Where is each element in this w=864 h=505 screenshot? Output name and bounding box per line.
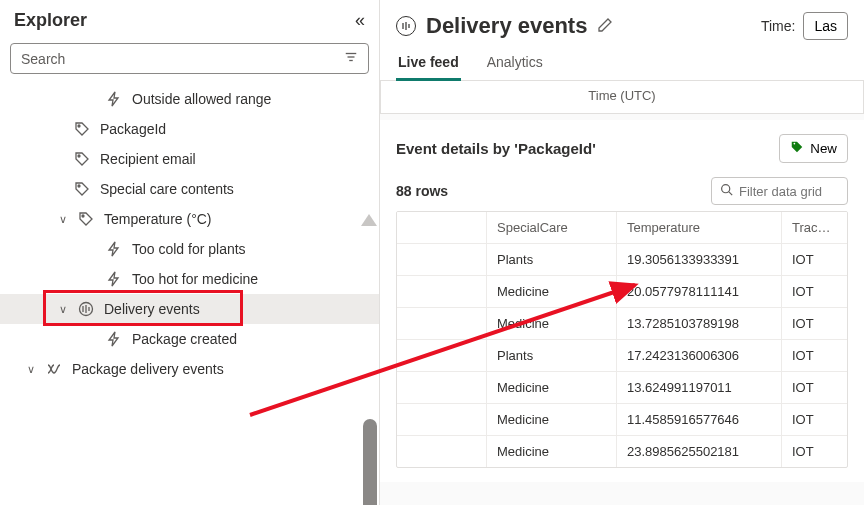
column-header-tracking[interactable]: Tracking — [782, 212, 847, 243]
tree-item-package-created[interactable]: Package created — [0, 324, 379, 354]
tree-item-recipient-email[interactable]: Recipient email — [0, 144, 379, 174]
table-row[interactable]: Plants19.3056133933391IOT — [397, 244, 847, 276]
cell: Medicine — [487, 308, 617, 339]
time-range-button[interactable]: Las — [803, 12, 848, 40]
cell — [397, 276, 487, 307]
svg-point-5 — [78, 185, 80, 187]
tree-item-label: Too hot for medicine — [132, 271, 258, 287]
svg-point-6 — [82, 215, 84, 217]
explorer-tree[interactable]: Outside allowed rangePackageIdRecipient … — [0, 84, 379, 505]
tabs: Live feedAnalytics — [380, 46, 864, 81]
chevron-down-icon[interactable]: ∨ — [56, 213, 70, 226]
cell — [397, 436, 487, 467]
tag-icon — [790, 140, 804, 157]
chevron-down-icon[interactable]: ∨ — [24, 363, 38, 376]
search-box[interactable] — [10, 43, 369, 74]
bolt-icon — [106, 241, 124, 257]
cell: 11.4585916577646 — [617, 404, 782, 435]
table-row[interactable]: Medicine11.4585916577646IOT — [397, 404, 847, 436]
collapse-explorer-button[interactable]: « — [355, 10, 365, 31]
tree-item-label: Recipient email — [100, 151, 196, 167]
new-button-label: New — [810, 141, 837, 156]
cell — [397, 372, 487, 403]
grid-header-row: SpecialCareTemperatureTracking — [397, 212, 847, 244]
cell: 17.2423136006306 — [617, 340, 782, 371]
table-row[interactable]: Medicine20.0577978111141IOT — [397, 276, 847, 308]
tree-item-label: Special care contents — [100, 181, 234, 197]
tree-item-label: Delivery events — [104, 301, 200, 317]
cell: 20.0577978111141 — [617, 276, 782, 307]
search-icon — [720, 183, 733, 199]
flow-icon — [46, 361, 64, 377]
cell: 19.3056133933391 — [617, 244, 782, 275]
tag-icon — [74, 181, 92, 197]
svg-line-15 — [729, 192, 732, 195]
column-header-specialcare[interactable]: SpecialCare — [487, 212, 617, 243]
table-row[interactable]: Medicine13.624991197011IOT — [397, 372, 847, 404]
bolt-icon — [106, 331, 124, 347]
tree-item-temperature-c-[interactable]: ∨Temperature (°C) — [0, 204, 379, 234]
event-icon — [78, 301, 96, 317]
table-row[interactable]: Plants17.2423136006306IOT — [397, 340, 847, 372]
tab-live-feed[interactable]: Live feed — [396, 46, 461, 80]
search-input[interactable] — [21, 51, 336, 67]
tree-item-too-hot-for-medicine[interactable]: Too hot for medicine — [0, 264, 379, 294]
tree-item-label: Package delivery events — [72, 361, 224, 377]
bolt-icon — [106, 91, 124, 107]
rows-count: 88 rows — [396, 183, 448, 199]
cell: IOT — [782, 340, 847, 371]
chart-area: Time (UTC) — [380, 81, 864, 114]
cell: Medicine — [487, 436, 617, 467]
chart-time-axis-label: Time (UTC) — [588, 88, 655, 103]
tree-item-package-delivery-events[interactable]: ∨Package delivery events — [0, 354, 379, 384]
explorer-panel: Explorer « Outside allowed rangePackageI… — [0, 0, 380, 505]
filter-icon[interactable] — [344, 50, 358, 67]
column-header-lead[interactable] — [397, 212, 487, 243]
cell: Medicine — [487, 276, 617, 307]
cell: 13.7285103789198 — [617, 308, 782, 339]
tag-icon — [74, 121, 92, 137]
grid-filter-box[interactable] — [711, 177, 848, 205]
tab-analytics[interactable]: Analytics — [485, 46, 545, 80]
details-title: Event details by 'PackageId' — [396, 140, 596, 157]
svg-point-14 — [722, 185, 730, 193]
cell: IOT — [782, 372, 847, 403]
tree-item-label: Temperature (°C) — [104, 211, 212, 227]
cell: IOT — [782, 276, 847, 307]
cell: Medicine — [487, 404, 617, 435]
cell: Plants — [487, 244, 617, 275]
scroll-up-indicator — [361, 214, 377, 226]
table-row[interactable]: Medicine23.8985625502181IOT — [397, 436, 847, 467]
svg-point-4 — [78, 155, 80, 157]
tree-item-outside-allowed-range[interactable]: Outside allowed range — [0, 84, 379, 114]
page-title: Delivery events — [426, 13, 587, 39]
tree-item-label: Too cold for plants — [132, 241, 246, 257]
tag-icon — [74, 151, 92, 167]
tree-item-label: Package created — [132, 331, 237, 347]
scrollbar-thumb[interactable] — [363, 419, 377, 505]
edit-title-button[interactable] — [597, 17, 613, 36]
cell: Medicine — [487, 372, 617, 403]
cell: Plants — [487, 340, 617, 371]
svg-point-3 — [78, 125, 80, 127]
event-icon — [396, 16, 416, 36]
table-row[interactable]: Medicine13.7285103789198IOT — [397, 308, 847, 340]
cell — [397, 340, 487, 371]
data-grid[interactable]: SpecialCareTemperatureTrackingPlants19.3… — [396, 211, 848, 468]
chevron-down-icon[interactable]: ∨ — [56, 303, 70, 316]
tree-item-delivery-events[interactable]: ∨Delivery events — [0, 294, 379, 324]
cell: 13.624991197011 — [617, 372, 782, 403]
tree-item-too-cold-for-plants[interactable]: Too cold for plants — [0, 234, 379, 264]
cell: IOT — [782, 244, 847, 275]
tree-item-packageid[interactable]: PackageId — [0, 114, 379, 144]
cell — [397, 404, 487, 435]
cell: IOT — [782, 436, 847, 467]
column-header-temperature[interactable]: Temperature — [617, 212, 782, 243]
main-panel: Delivery events Time: Las Live feedAnaly… — [380, 0, 864, 505]
tag-icon — [78, 211, 96, 227]
tree-item-label: Outside allowed range — [132, 91, 271, 107]
new-button[interactable]: New — [779, 134, 848, 163]
cell: 23.8985625502181 — [617, 436, 782, 467]
tree-item-special-care-contents[interactable]: Special care contents — [0, 174, 379, 204]
grid-filter-input[interactable] — [739, 184, 839, 199]
